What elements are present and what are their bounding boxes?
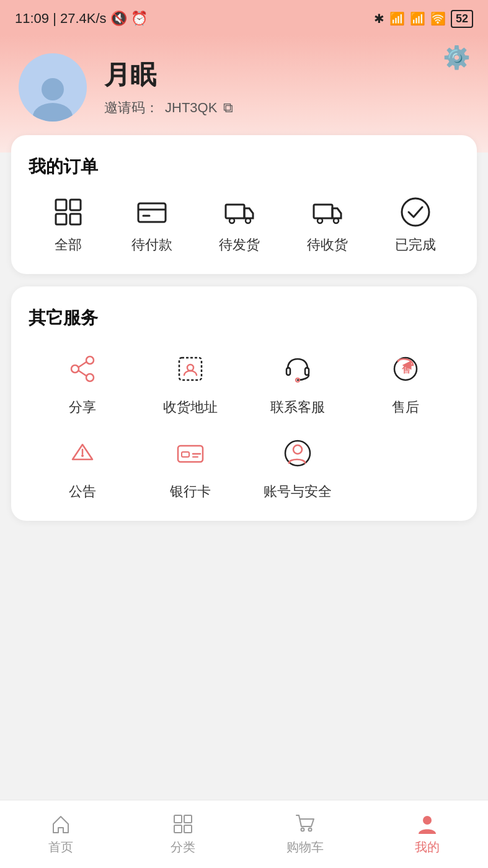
avatar[interactable] (19, 53, 87, 122)
order-label-all: 全部 (55, 236, 82, 254)
nav-label-mine: 我的 (415, 839, 440, 856)
share-icon (61, 347, 104, 391)
service-label-aftersale: 售后 (392, 398, 419, 417)
service-item-support[interactable]: 联系客服 (244, 347, 352, 417)
nav-item-cart[interactable]: 购物车 (244, 813, 366, 856)
invite-row: 邀请码： JHT3QK ⧉ (104, 99, 233, 117)
svg-point-13 (317, 218, 322, 223)
svg-point-1 (33, 103, 73, 122)
status-icons: ✱ 📶 📶 🛜 52 (374, 10, 473, 28)
invite-code: JHT3QK (165, 100, 217, 116)
svg-rect-2 (56, 200, 66, 210)
pending-pay-icon (136, 196, 168, 228)
status-time-network: 11:09 | 27.4K/s 🔇 ⏰ (15, 11, 148, 27)
svg-point-10 (229, 218, 234, 223)
service-label-address: 收货地址 (163, 398, 218, 417)
order-label-completed: 已完成 (395, 236, 436, 254)
order-item-completed[interactable]: 已完成 (395, 196, 436, 254)
svg-point-17 (71, 365, 79, 373)
service-label-support: 联系客服 (270, 398, 325, 417)
svg-rect-5 (70, 214, 81, 224)
service-label-bank: 银行卡 (170, 482, 211, 501)
svg-point-11 (246, 218, 251, 223)
svg-rect-21 (179, 358, 202, 380)
svg-point-16 (86, 356, 94, 364)
orders-title: 我的订单 (29, 155, 459, 179)
services-card: 其它服务 分享 (11, 286, 477, 521)
cart-icon (294, 813, 316, 835)
profile-info: 月眠 邀请码： JHT3QK ⧉ (104, 58, 233, 117)
svg-point-15 (402, 198, 429, 226)
svg-rect-6 (138, 203, 166, 222)
nav-item-category[interactable]: 分类 (122, 813, 244, 856)
service-item-aftersale[interactable]: 售 售后 (352, 347, 459, 417)
svg-line-20 (79, 371, 86, 376)
copy-icon[interactable]: ⧉ (223, 100, 233, 116)
svg-rect-12 (314, 205, 332, 218)
svg-rect-32 (182, 452, 189, 457)
settings-button[interactable]: ⚙️ (443, 45, 471, 71)
svg-rect-38 (184, 815, 192, 823)
status-bar: 11:09 | 27.4K/s 🔇 ⏰ ✱ 📶 📶 🛜 52 (0, 0, 488, 35)
svg-rect-9 (226, 205, 244, 218)
svg-rect-37 (174, 815, 182, 823)
notice-icon (61, 432, 104, 475)
svg-point-22 (187, 365, 193, 371)
order-item-pending-pay[interactable]: 待付款 (131, 196, 172, 254)
orders-card: 我的订单 全部 待付款 (11, 135, 477, 274)
svg-point-29 (81, 454, 84, 457)
nav-item-home[interactable]: 首页 (0, 813, 122, 856)
category-icon (172, 813, 194, 835)
support-icon (276, 347, 319, 391)
account-icon (276, 432, 319, 475)
order-item-all[interactable]: 全部 (52, 196, 84, 254)
svg-text:售: 售 (402, 365, 410, 374)
svg-point-18 (86, 374, 94, 381)
nav-label-category: 分类 (171, 839, 195, 856)
service-item-account[interactable]: 账号与安全 (244, 432, 352, 501)
profile-name: 月眠 (104, 58, 233, 92)
order-label-pending-pay: 待付款 (131, 236, 172, 254)
pending-receive-icon (311, 196, 344, 228)
completed-icon (399, 196, 432, 228)
services-grid: 分享 收货地址 (29, 347, 459, 501)
all-orders-icon (52, 196, 84, 228)
order-label-pending-receive: 待收货 (307, 236, 348, 254)
service-item-bank[interactable]: 银行卡 (136, 432, 244, 501)
nav-label-home: 首页 (48, 839, 73, 856)
svg-line-19 (79, 362, 86, 367)
svg-point-14 (334, 218, 339, 223)
service-item-address[interactable]: 收货地址 (136, 347, 244, 417)
mine-icon (416, 813, 438, 835)
order-label-pending-ship: 待发货 (219, 236, 260, 254)
svg-point-36 (293, 445, 302, 454)
orders-icons-row: 全部 待付款 待发货 (29, 196, 459, 254)
svg-point-41 (301, 828, 304, 831)
svg-rect-39 (174, 825, 182, 833)
services-title: 其它服务 (29, 306, 459, 330)
svg-rect-4 (56, 214, 66, 224)
svg-point-42 (308, 828, 311, 831)
svg-point-0 (42, 78, 64, 100)
order-item-pending-ship[interactable]: 待发货 (219, 196, 260, 254)
service-label-account: 账号与安全 (264, 482, 332, 501)
order-item-pending-receive[interactable]: 待收货 (307, 196, 348, 254)
svg-point-43 (423, 816, 432, 825)
address-icon (169, 347, 212, 391)
pending-ship-icon (223, 196, 255, 228)
nav-label-cart: 购物车 (286, 839, 324, 856)
svg-rect-40 (184, 825, 192, 833)
service-label-share: 分享 (69, 398, 96, 417)
home-icon (50, 813, 72, 835)
service-item-notice[interactable]: 公告 (29, 432, 136, 501)
aftersale-icon: 售 (384, 347, 427, 391)
bank-icon (169, 432, 212, 475)
service-item-share[interactable]: 分享 (29, 347, 136, 417)
svg-rect-3 (70, 200, 81, 210)
bottom-nav: 首页 分类 购物车 我的 (0, 800, 488, 868)
nav-item-mine[interactable]: 我的 (366, 813, 488, 856)
service-label-notice: 公告 (69, 482, 96, 501)
